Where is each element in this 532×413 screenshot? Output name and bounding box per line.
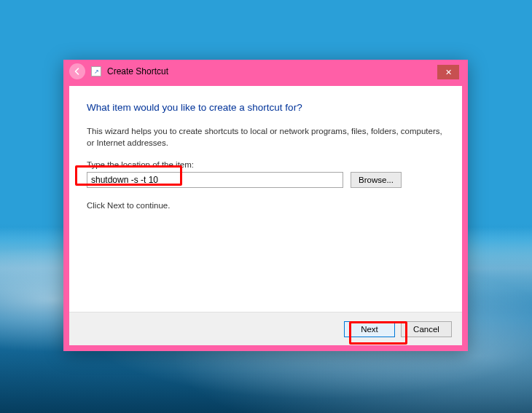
back-button[interactable] [69,63,85,79]
window-title: Create Shortcut [107,66,168,76]
location-label: Type the location of the item: [87,160,445,169]
wizard-heading: What item would you like to create a sho… [87,102,445,113]
client-area: What item would you like to create a sho… [69,86,462,345]
close-button[interactable]: ✕ [437,65,459,79]
create-shortcut-window: ↗ Create Shortcut ✕ What item would you … [63,60,468,351]
browse-button[interactable]: Browse... [351,172,402,188]
wizard-description: This wizard helps you to create shortcut… [87,126,445,149]
cancel-button[interactable]: Cancel [401,321,452,337]
location-input[interactable] [87,172,343,188]
wizard-content: What item would you like to create a sho… [69,86,462,210]
close-icon: ✕ [445,68,452,77]
continue-text: Click Next to continue. [87,201,445,210]
shortcut-icon: ↗ [91,66,101,76]
location-row: Browse... [87,172,445,188]
dialog-footer: Next Cancel [69,312,462,345]
next-button[interactable]: Next [344,321,395,337]
arrow-left-icon [73,67,82,76]
titlebar: ↗ Create Shortcut [63,60,468,83]
